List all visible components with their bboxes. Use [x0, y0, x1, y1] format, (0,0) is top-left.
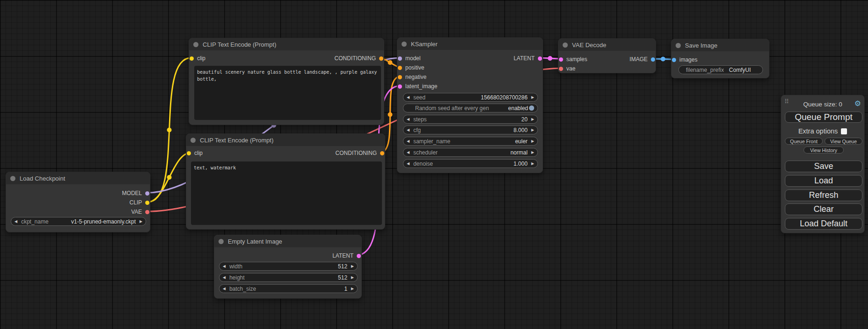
- widget-steps[interactable]: ◀ steps 20 ▶: [403, 115, 538, 124]
- widget-value: euler: [515, 138, 528, 145]
- widget-denoise[interactable]: ◀ denoise 1.000 ▶: [403, 159, 538, 168]
- node-title-bar: CLIP Text Encode (Prompt): [189, 38, 384, 50]
- widget-scheduler[interactable]: ◀ scheduler normal ▶: [403, 148, 538, 157]
- widget-value: 8.000: [514, 127, 528, 133]
- extra-options-checkbox[interactable]: [841, 128, 847, 134]
- input-port-negative[interactable]: [398, 75, 402, 79]
- collapse-toggle[interactable]: [676, 43, 681, 48]
- output-port-image[interactable]: [651, 57, 655, 62]
- decrement-arrow-icon[interactable]: ◀: [223, 287, 226, 291]
- increment-arrow-icon[interactable]: ▶: [531, 96, 534, 99]
- output-port-latent[interactable]: [357, 254, 361, 258]
- input-label: vae: [566, 65, 575, 72]
- collapse-toggle[interactable]: [193, 42, 198, 47]
- increment-arrow-icon[interactable]: ▶: [351, 276, 354, 280]
- decrement-arrow-icon[interactable]: ◀: [223, 276, 226, 280]
- widget-filename-prefix[interactable]: filename_prefix ComfyUI: [678, 65, 763, 74]
- decrement-arrow-icon[interactable]: ◀: [407, 162, 409, 166]
- node-title: Load Checkpoint: [20, 175, 65, 182]
- widget-width[interactable]: ◀ width 512 ▶: [219, 262, 358, 271]
- increment-arrow-icon[interactable]: ▶: [140, 220, 142, 224]
- node-empty-latent-image[interactable]: Empty Latent Image LATENT ◀ width 512 ▶ …: [214, 235, 362, 299]
- view-queue-button[interactable]: View Queue: [825, 138, 862, 145]
- collapse-toggle[interactable]: [402, 42, 407, 47]
- increment-arrow-icon[interactable]: ▶: [531, 162, 534, 166]
- widget-batch-size[interactable]: ◀ batch_size 1 ▶: [219, 284, 358, 293]
- toggle-circle-icon[interactable]: [529, 105, 534, 111]
- decrement-arrow-icon[interactable]: ◀: [407, 128, 409, 132]
- decrement-arrow-icon[interactable]: ◀: [407, 140, 409, 143]
- widget-label: ckpt_name: [21, 218, 49, 225]
- queue-front-button[interactable]: Queue Front: [785, 138, 823, 145]
- prompt-textarea[interactable]: text, watermark: [191, 161, 382, 225]
- save-button[interactable]: Save: [785, 161, 862, 172]
- widget-label: Random seed after every gen: [415, 105, 489, 112]
- output-port-conditioning[interactable]: [379, 56, 383, 61]
- node-title: CLIP Text Encode (Prompt): [200, 137, 274, 144]
- widget-label: scheduler: [413, 149, 438, 156]
- input-label: clip: [194, 150, 203, 156]
- output-port-vae[interactable]: [145, 210, 149, 214]
- increment-arrow-icon[interactable]: ▶: [351, 287, 354, 291]
- widget-ckpt-name[interactable]: ◀ ckpt_name v1-5-pruned-emaonly.ckpt ▶: [11, 217, 146, 226]
- widget-cfg[interactable]: ◀ cfg 8.000 ▶: [403, 126, 538, 134]
- gear-icon[interactable]: ⚙: [854, 99, 861, 108]
- input-port-vae[interactable]: [559, 67, 563, 71]
- output-port-latent[interactable]: [538, 56, 542, 61]
- widget-label: cfg: [413, 127, 421, 133]
- clear-button[interactable]: Clear: [785, 203, 862, 215]
- input-port-clip[interactable]: [190, 56, 194, 61]
- load-button[interactable]: Load: [785, 175, 862, 187]
- node-title-bar: CLIP Text Encode (Prompt): [186, 134, 385, 146]
- decrement-arrow-icon[interactable]: ◀: [223, 265, 226, 268]
- widget-value: ComfyUI: [729, 67, 751, 73]
- refresh-button[interactable]: Refresh: [785, 189, 862, 201]
- increment-arrow-icon[interactable]: ▶: [531, 128, 534, 132]
- node-ksampler[interactable]: KSampler model positive negative latent_…: [397, 37, 543, 173]
- output-port-conditioning[interactable]: [380, 151, 384, 155]
- output-port-clip[interactable]: [145, 201, 149, 205]
- output-label: CLIP: [129, 199, 142, 206]
- collapse-toggle[interactable]: [10, 176, 15, 181]
- view-history-button[interactable]: View History: [804, 147, 844, 154]
- input-port-model[interactable]: [398, 56, 402, 61]
- input-port-clip[interactable]: [187, 151, 191, 155]
- collapse-toggle[interactable]: [563, 42, 568, 48]
- decrement-arrow-icon[interactable]: ◀: [407, 96, 409, 99]
- increment-arrow-icon[interactable]: ▶: [351, 265, 354, 268]
- decrement-arrow-icon[interactable]: ◀: [407, 118, 409, 121]
- collapse-toggle[interactable]: [191, 138, 196, 143]
- output-label: LATENT: [332, 252, 353, 259]
- widget-random-seed-toggle[interactable]: Random seed after every gen enabled: [403, 104, 538, 112]
- input-port-samples[interactable]: [559, 57, 563, 62]
- widget-height[interactable]: ◀ height 512 ▶: [219, 273, 358, 282]
- increment-arrow-icon[interactable]: ▶: [531, 118, 534, 121]
- decrement-arrow-icon[interactable]: ◀: [14, 220, 17, 224]
- widget-seed[interactable]: ◀ seed 156680208700286 ▶: [403, 93, 538, 102]
- node-clip-text-encode-negative[interactable]: CLIP Text Encode (Prompt) clip CONDITION…: [186, 133, 385, 230]
- node-load-checkpoint[interactable]: Load Checkpoint MODEL CLIP VAE ◀ ckpt_na…: [6, 172, 150, 232]
- load-default-button[interactable]: Load Default: [785, 218, 862, 230]
- node-title: VAE Decode: [572, 42, 606, 49]
- queue-prompt-button[interactable]: Queue Prompt: [785, 112, 862, 123]
- increment-arrow-icon[interactable]: ▶: [531, 140, 534, 143]
- node-vae-decode[interactable]: VAE Decode samples vae IMAGE: [558, 38, 656, 73]
- increment-arrow-icon[interactable]: ▶: [531, 151, 534, 154]
- queue-panel[interactable]: ⠿ Queue size: 0 ⚙ Queue Prompt Extra opt…: [781, 95, 865, 233]
- output-label: CONDITIONING: [335, 150, 377, 156]
- widget-value: 1.000: [514, 161, 528, 167]
- input-port-images[interactable]: [672, 58, 676, 62]
- widget-sampler-name[interactable]: ◀ sampler_name euler ▶: [403, 137, 538, 146]
- input-label: samples: [566, 56, 587, 63]
- node-clip-text-encode-positive[interactable]: CLIP Text Encode (Prompt) clip CONDITION…: [189, 38, 384, 125]
- node-save-image[interactable]: Save Image images filename_prefix ComfyU…: [671, 39, 769, 78]
- decrement-arrow-icon[interactable]: ◀: [407, 151, 409, 154]
- widget-value: 1: [344, 286, 347, 292]
- input-label: positive: [405, 64, 424, 71]
- input-port-latent-image[interactable]: [398, 84, 402, 89]
- input-port-positive[interactable]: [398, 66, 402, 70]
- output-port-model[interactable]: [145, 191, 149, 196]
- prompt-textarea[interactable]: beautiful scenery nature glass bottle la…: [194, 66, 381, 120]
- widget-value: enabled: [508, 105, 528, 112]
- collapse-toggle[interactable]: [219, 239, 224, 244]
